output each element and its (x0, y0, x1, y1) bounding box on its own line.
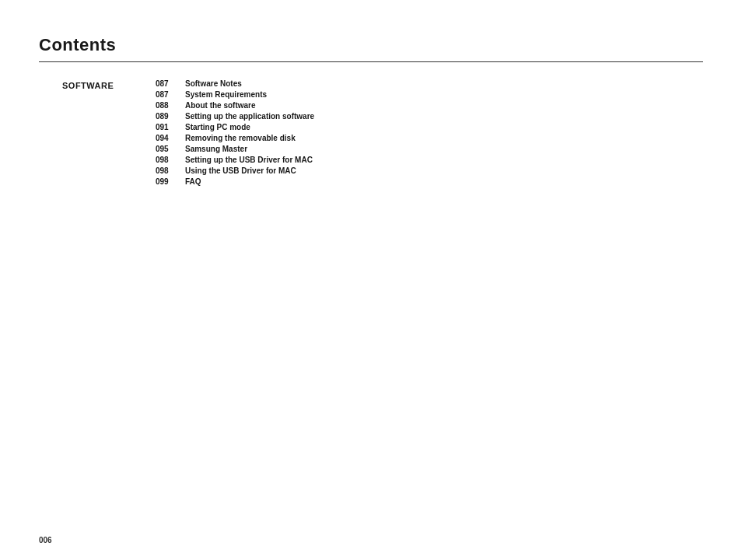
table-row: 088About the software (156, 101, 314, 110)
entry-page-number: 098 (156, 166, 185, 175)
page-container: Contents SOFTWARE 087Software Notes087Sy… (0, 0, 742, 560)
table-row: 089Setting up the application software (156, 112, 314, 121)
page-title: Contents (39, 35, 703, 55)
entry-page-number: 099 (156, 177, 185, 186)
entry-page-number: 091 (156, 123, 185, 131)
title-divider (39, 61, 703, 62)
entries-list-software: 087Software Notes087System Requirements0… (156, 79, 314, 188)
entry-page-number: 088 (156, 101, 185, 110)
entry-title: Removing the removable disk (185, 134, 296, 142)
entry-title: FAQ (185, 177, 201, 186)
entry-title: System Requirements (185, 90, 267, 99)
entry-title: Samsung Master (185, 145, 247, 153)
entry-page-number: 094 (156, 134, 185, 142)
table-row: 098Setting up the USB Driver for MAC (156, 156, 314, 164)
table-row: 094Removing the removable disk (156, 134, 314, 142)
entry-title: Software Notes (185, 79, 242, 88)
entry-title: About the software (185, 101, 256, 110)
contents-table: SOFTWARE 087Software Notes087System Requ… (62, 79, 703, 188)
entry-page-number: 087 (156, 79, 185, 88)
entry-title: Setting up the application software (185, 112, 314, 121)
entry-title: Setting up the USB Driver for MAC (185, 156, 313, 164)
table-row: 087System Requirements (156, 90, 314, 99)
entry-page-number: 089 (156, 112, 185, 121)
section-label-software: SOFTWARE (62, 79, 156, 90)
table-row: 095Samsung Master (156, 145, 314, 153)
page-footer: 006 (39, 536, 52, 544)
entry-page-number: 095 (156, 145, 185, 153)
table-row: 099FAQ (156, 177, 314, 186)
entry-title: Starting PC mode (185, 123, 250, 131)
table-row: 087Software Notes (156, 79, 314, 88)
software-section: SOFTWARE 087Software Notes087System Requ… (62, 79, 703, 188)
table-row: 098Using the USB Driver for MAC (156, 166, 314, 175)
entry-page-number: 087 (156, 90, 185, 99)
entry-page-number: 098 (156, 156, 185, 164)
entry-title: Using the USB Driver for MAC (185, 166, 296, 175)
table-row: 091Starting PC mode (156, 123, 314, 131)
